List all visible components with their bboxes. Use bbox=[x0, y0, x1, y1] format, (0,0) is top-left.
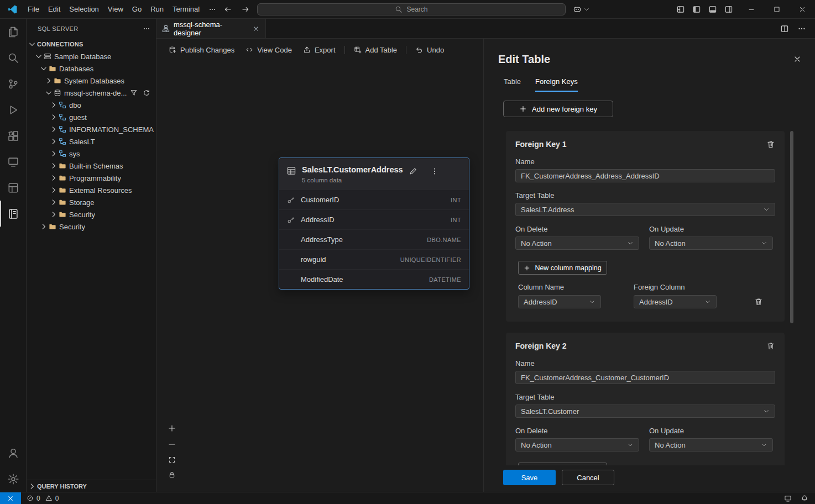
tab-table[interactable]: Table bbox=[504, 77, 521, 92]
tree-item-security[interactable]: Security bbox=[27, 221, 156, 233]
activity-sql-server[interactable] bbox=[0, 201, 27, 227]
foreign-key-card-2: Foreign Key 2NameFK_CustomerAddress_Cust… bbox=[506, 333, 785, 465]
refresh-icon[interactable] bbox=[143, 89, 150, 97]
target-table-select[interactable]: SalesLT.Customer bbox=[515, 405, 775, 418]
tree-item-programmability[interactable]: Programmability bbox=[27, 172, 156, 184]
column-row-addressid[interactable]: AddressIDINT bbox=[279, 209, 469, 229]
toggle-secondary-sidebar-icon[interactable] bbox=[724, 5, 733, 14]
column-row-rowguid[interactable]: rowguidUNIQUEIDENTIFIER bbox=[279, 249, 469, 269]
fk-name-input[interactable]: FK_CustomerAddress_Address_AddressID bbox=[515, 169, 775, 182]
problems-status[interactable]: 0 0 bbox=[21, 495, 66, 502]
new-column-mapping-button[interactable]: New column mapping bbox=[518, 261, 607, 275]
delete-foreign-key-icon[interactable] bbox=[766, 140, 775, 149]
tree-item-mssql-schema-de[interactable]: mssql-schema-de... bbox=[27, 87, 156, 99]
column-row-customerid[interactable]: CustomerIDINT bbox=[279, 190, 469, 209]
tree-item-system-databases[interactable]: System Databases bbox=[27, 75, 156, 87]
table-menu-icon[interactable] bbox=[430, 167, 439, 176]
column-row-addresstype[interactable]: AddressTypeDBO.NAME bbox=[279, 229, 469, 249]
tree-item-databases[interactable]: Databases bbox=[27, 62, 156, 75]
menu-terminal[interactable]: Terminal bbox=[168, 0, 204, 19]
split-editor-icon[interactable] bbox=[780, 24, 789, 33]
tree-item-built-in-schemas[interactable]: Built-in Schemas bbox=[27, 160, 156, 172]
filter-icon[interactable] bbox=[130, 89, 138, 97]
panel-scrollbar[interactable] bbox=[790, 131, 793, 323]
activity-explorer[interactable] bbox=[0, 19, 27, 45]
fit-view-icon[interactable] bbox=[168, 456, 176, 464]
toolbar-undo-button[interactable]: Undo bbox=[410, 43, 450, 57]
search-input[interactable]: Search bbox=[257, 3, 566, 15]
tree-item-sys[interactable]: sys bbox=[27, 148, 156, 160]
menu-edit[interactable]: Edit bbox=[44, 0, 65, 19]
customize-layout-icon[interactable] bbox=[676, 5, 685, 14]
designer-canvas[interactable]: Publish ChangesView CodeExportAdd TableU… bbox=[156, 39, 483, 492]
window-close-button[interactable] bbox=[790, 0, 815, 19]
tab-close-icon[interactable] bbox=[252, 25, 260, 33]
activity-source-control[interactable] bbox=[0, 71, 27, 97]
connections-section-header[interactable]: CONNECTIONS bbox=[27, 38, 156, 50]
menu-view[interactable]: View bbox=[103, 0, 128, 19]
activity-sql-projects[interactable] bbox=[0, 175, 27, 201]
tree-item-sample-database[interactable]: Sample Database bbox=[27, 50, 156, 62]
on-delete-select[interactable]: No Action bbox=[515, 438, 639, 452]
tree-item-information-schema[interactable]: INFORMATION_SCHEMA bbox=[27, 123, 156, 135]
menu-file[interactable]: File bbox=[23, 0, 44, 19]
cancel-button[interactable]: Cancel bbox=[562, 470, 614, 485]
toolbar-export-button[interactable]: Export bbox=[297, 43, 341, 57]
activity-accounts[interactable] bbox=[0, 440, 27, 466]
column-name-select[interactable]: AddressID bbox=[518, 295, 601, 308]
activity-search[interactable] bbox=[0, 45, 27, 71]
menu-go[interactable]: Go bbox=[128, 0, 146, 19]
edit-table-icon[interactable] bbox=[409, 167, 417, 176]
new-column-mapping-button[interactable]: New column mapping bbox=[518, 463, 607, 465]
copilot-menu[interactable] bbox=[573, 5, 590, 14]
lock-canvas-icon[interactable] bbox=[168, 471, 176, 479]
zoom-in-icon[interactable] bbox=[168, 424, 176, 433]
tab-mssql-schema-designer[interactable]: mssql-schema-designer bbox=[156, 19, 266, 38]
remote-indicator[interactable] bbox=[0, 492, 21, 504]
editor-more-actions-icon[interactable] bbox=[797, 24, 806, 33]
nav-forward-icon[interactable] bbox=[241, 5, 250, 14]
save-button[interactable]: Save bbox=[503, 470, 556, 485]
tree-item-dbo[interactable]: dbo bbox=[27, 99, 156, 111]
window-maximize-button[interactable] bbox=[764, 0, 790, 19]
delete-mapping-icon[interactable] bbox=[754, 297, 763, 306]
tree-item-security[interactable]: Security bbox=[27, 208, 156, 221]
delete-foreign-key-icon[interactable] bbox=[766, 342, 775, 350]
sidebar-more-actions-icon[interactable] bbox=[143, 25, 150, 33]
fk-name-input[interactable]: FK_CustomerAddress_Customer_CustomerID bbox=[515, 371, 775, 384]
on-delete-select[interactable]: No Action bbox=[515, 237, 639, 250]
tab-foreign-keys[interactable]: Foreign Keys bbox=[535, 77, 578, 92]
on-update-select[interactable]: No Action bbox=[649, 438, 773, 452]
window-minimize-button[interactable] bbox=[739, 0, 764, 19]
on-update-select[interactable]: No Action bbox=[649, 237, 773, 250]
ports-icon[interactable] bbox=[784, 495, 792, 502]
toolbar-view-code-button[interactable]: View Code bbox=[240, 43, 297, 57]
menu-run[interactable]: Run bbox=[146, 0, 168, 19]
notifications-bell-icon[interactable] bbox=[801, 495, 808, 502]
tree-item-saleslt[interactable]: SalesLT bbox=[27, 135, 156, 148]
foreign-column-select[interactable]: AddressID bbox=[634, 295, 717, 308]
zoom-out-icon[interactable] bbox=[168, 440, 176, 449]
toolbar-add-table-button[interactable]: Add Table bbox=[348, 43, 403, 57]
activity-remote-explorer[interactable] bbox=[0, 149, 27, 175]
query-history-section-header[interactable]: QUERY HISTORY bbox=[27, 480, 156, 492]
target-table-select[interactable]: SalesLT.Address bbox=[515, 203, 775, 216]
activity-settings[interactable] bbox=[0, 466, 27, 492]
toggle-panel-icon[interactable] bbox=[708, 5, 717, 14]
nav-back-icon[interactable] bbox=[223, 5, 232, 14]
column-row-modifieddate[interactable]: ModifiedDateDATETIME bbox=[279, 269, 469, 289]
table-node-customeraddress[interactable]: SalesLT.CustomerAddress 5 column data Cu… bbox=[279, 158, 469, 290]
tree-item-storage[interactable]: Storage bbox=[27, 196, 156, 208]
chevron-right-icon bbox=[49, 113, 58, 122]
activity-run-debug[interactable] bbox=[0, 97, 27, 123]
tree-item-external-resources[interactable]: External Resources bbox=[27, 184, 156, 196]
tree-item-guest[interactable]: guest bbox=[27, 111, 156, 123]
column-type: DBO.NAME bbox=[427, 237, 461, 243]
add-foreign-key-button[interactable]: Add new foreign key bbox=[503, 101, 613, 117]
panel-close-icon[interactable] bbox=[793, 55, 802, 64]
toolbar-publish-changes-button[interactable]: Publish Changes bbox=[163, 43, 240, 57]
menu-selection[interactable]: Selection bbox=[65, 0, 103, 19]
toggle-primary-sidebar-icon[interactable] bbox=[692, 5, 701, 14]
activity-extensions[interactable] bbox=[0, 123, 27, 149]
menu-more[interactable] bbox=[204, 0, 221, 19]
